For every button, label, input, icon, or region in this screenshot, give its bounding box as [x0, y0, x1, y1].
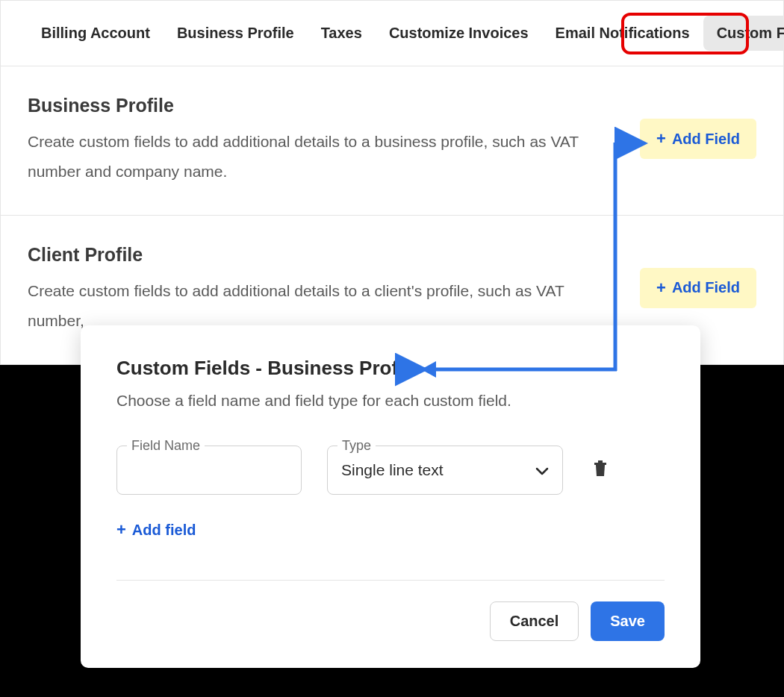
- tab-business-profile[interactable]: Business Profile: [164, 16, 308, 51]
- type-group: Type Single line text: [327, 446, 563, 495]
- add-field-label: Add Field: [672, 131, 740, 148]
- tabs-row: Billing Account Business Profile Taxes C…: [1, 1, 783, 66]
- section-content: Client Profile Create custom fields to a…: [28, 244, 610, 336]
- section-business-profile: Business Profile Create custom fields to…: [1, 66, 783, 216]
- trash-icon[interactable]: [593, 460, 608, 481]
- tab-customize-invoices[interactable]: Customize Invoices: [376, 16, 542, 51]
- section-content: Business Profile Create custom fields to…: [28, 95, 610, 187]
- add-field-link[interactable]: + Add field: [116, 520, 196, 540]
- field-name-group: Field Name: [116, 446, 302, 495]
- field-name-label: Field Name: [127, 438, 205, 454]
- plus-icon: +: [656, 129, 666, 149]
- plus-icon: +: [116, 520, 126, 540]
- modal-divider: [116, 580, 665, 581]
- svg-rect-7: [598, 460, 603, 463]
- cancel-button[interactable]: Cancel: [490, 601, 579, 641]
- add-field-link-label: Add field: [132, 522, 196, 539]
- type-selected-value: Single line text: [341, 461, 444, 479]
- add-field-label: Add Field: [672, 279, 740, 296]
- settings-panel: Billing Account Business Profile Taxes C…: [0, 0, 784, 365]
- save-button[interactable]: Save: [591, 601, 665, 641]
- add-field-button-business[interactable]: + Add Field: [640, 119, 756, 159]
- modal-title: Custom Fields - Business Profile: [116, 357, 665, 380]
- field-row: Field Name Type Single line text: [116, 446, 665, 495]
- add-field-button-client[interactable]: + Add Field: [640, 268, 756, 308]
- tab-custom-fields[interactable]: Custom Fields: [703, 16, 784, 51]
- tab-billing-account[interactable]: Billing Account: [28, 16, 164, 51]
- tab-taxes[interactable]: Taxes: [308, 16, 376, 51]
- type-label: Type: [337, 438, 376, 454]
- section-description: Create custom fields to add additional d…: [28, 127, 610, 187]
- modal-description: Choose a field name and field type for e…: [116, 392, 665, 410]
- modal-footer: Cancel Save: [116, 601, 665, 641]
- section-title: Business Profile: [28, 95, 610, 116]
- plus-icon: +: [656, 278, 666, 298]
- tab-email-notifications[interactable]: Email Notifications: [542, 16, 703, 51]
- section-title: Client Profile: [28, 244, 610, 266]
- custom-fields-modal: Custom Fields - Business Profile Choose …: [81, 325, 700, 668]
- chevron-down-icon: [535, 461, 549, 479]
- svg-rect-6: [594, 463, 606, 465]
